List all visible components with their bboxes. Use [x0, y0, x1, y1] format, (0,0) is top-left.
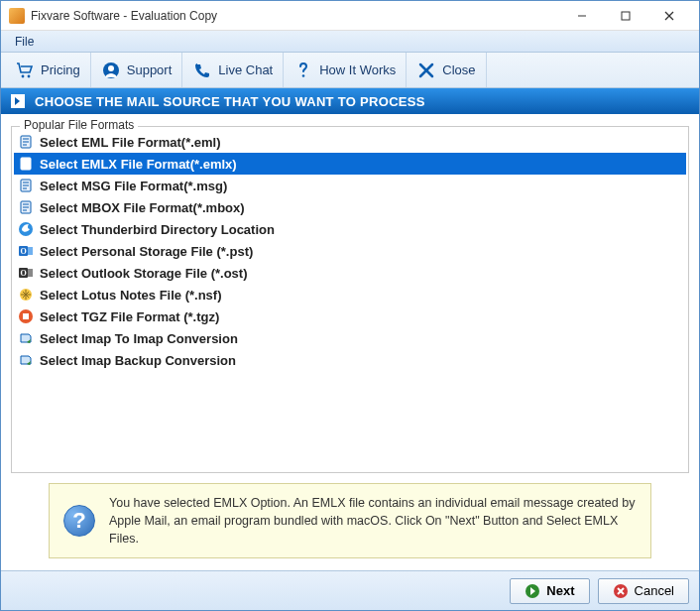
- formats-fieldset: Popular File Formats Select EML File For…: [11, 126, 689, 473]
- window-title: Fixvare Software - Evaluation Copy: [31, 9, 560, 23]
- svg-text:O: O: [20, 247, 26, 256]
- format-option[interactable]: Select Thunderbird Directory Location: [14, 218, 686, 240]
- toolbar-close-label: Close: [442, 62, 475, 77]
- format-option-label: Select MSG File Format(*.msg): [40, 179, 227, 193]
- content-area: Popular File Formats Select EML File For…: [1, 114, 699, 570]
- svg-rect-30: [28, 247, 33, 255]
- titlebar: Fixvare Software - Evaluation Copy: [1, 1, 699, 31]
- format-option-label: Select EMLX File Format(*.emlx): [40, 157, 237, 172]
- format-option[interactable]: Select MBOX File Format(*.mbox): [14, 196, 686, 218]
- svg-point-8: [302, 74, 305, 77]
- tbird-icon: [18, 221, 34, 237]
- format-option[interactable]: Select Imap Backup Conversion: [14, 349, 686, 371]
- format-option-label: Select Lotus Notes File (*.nsf): [40, 288, 221, 303]
- toolbar-support[interactable]: Support: [91, 53, 183, 87]
- next-arrow-icon: [525, 583, 540, 599]
- toolbar-howitworks-label: How It Works: [319, 62, 396, 77]
- format-option-label: Select Imap Backup Conversion: [40, 353, 236, 368]
- file-white-icon: [18, 156, 34, 172]
- next-button-label: Next: [546, 583, 574, 598]
- info-icon: ?: [63, 505, 95, 537]
- format-option-label: Select EML File Format(*.eml): [40, 135, 221, 150]
- format-option-label: Select Imap To Imap Conversion: [40, 331, 238, 346]
- close-window-button[interactable]: [647, 2, 691, 30]
- minimize-button[interactable]: [560, 2, 604, 30]
- menu-file[interactable]: File: [7, 33, 42, 51]
- format-option[interactable]: Select EMLX File Format(*.emlx): [14, 153, 686, 175]
- app-icon: [9, 8, 25, 24]
- file-blue-icon: [18, 134, 34, 150]
- toolbar-pricing[interactable]: Pricing: [5, 53, 91, 87]
- app-window: Fixvare Software - Evaluation Copy File …: [0, 0, 700, 611]
- format-option[interactable]: Select Imap To Imap Conversion: [14, 327, 686, 349]
- svg-rect-1: [622, 12, 630, 20]
- phone-icon: [192, 61, 212, 80]
- imap-icon: [18, 330, 34, 346]
- next-button[interactable]: Next: [510, 578, 589, 604]
- footer: Next Cancel: [1, 570, 699, 610]
- format-option[interactable]: Select TGZ File Format (*.tgz): [14, 306, 686, 327]
- format-option[interactable]: Select MSG File Format(*.msg): [14, 175, 686, 196]
- tgz-icon: [18, 308, 34, 324]
- question-icon: [293, 61, 313, 80]
- support-icon: [101, 61, 121, 80]
- toolbar-livechat-label: Live Chat: [218, 62, 273, 77]
- banner: CHOOSE THE MAIL SOURCE THAT YOU WANT TO …: [1, 88, 699, 114]
- menubar: File: [1, 31, 699, 53]
- svg-rect-36: [23, 313, 29, 319]
- format-option[interactable]: Select EML File Format(*.eml): [14, 131, 686, 153]
- info-text: You have selected EMLX Option. An EMLX f…: [109, 494, 637, 548]
- cancel-button-label: Cancel: [635, 583, 674, 598]
- imap-icon: [18, 352, 34, 368]
- file-blue-icon: [18, 199, 34, 215]
- outlook-icon: O: [18, 243, 34, 259]
- toolbar: Pricing Support Live Chat How It Works C…: [1, 53, 699, 88]
- cancel-icon: [613, 583, 629, 599]
- cart-icon: [15, 61, 35, 80]
- format-option[interactable]: OSelect Outlook Storage File (*.ost): [14, 262, 686, 284]
- maximize-button[interactable]: [604, 2, 647, 30]
- formats-legend: Popular File Formats: [20, 118, 138, 132]
- format-option-label: Select TGZ File Format (*.tgz): [40, 309, 219, 324]
- svg-point-5: [28, 74, 31, 77]
- svg-point-4: [22, 74, 25, 77]
- toolbar-support-label: Support: [127, 62, 173, 77]
- toolbar-livechat[interactable]: Live Chat: [182, 53, 284, 87]
- format-option-label: Select Personal Storage File (*.pst): [40, 244, 253, 259]
- banner-text: CHOOSE THE MAIL SOURCE THAT YOU WANT TO …: [35, 94, 425, 109]
- svg-text:O: O: [20, 269, 26, 278]
- format-option-label: Select MBOX File Format(*.mbox): [40, 200, 245, 215]
- formats-list: Select EML File Format(*.eml)Select EMLX…: [14, 131, 686, 371]
- outlook-dark-icon: O: [18, 265, 34, 281]
- close-icon: [416, 61, 436, 80]
- banner-arrow-icon: [11, 94, 25, 108]
- info-box: ? You have selected EMLX Option. An EMLX…: [49, 483, 651, 558]
- format-option-label: Select Thunderbird Directory Location: [40, 222, 275, 237]
- format-option-label: Select Outlook Storage File (*.ost): [40, 266, 247, 281]
- lotus-icon: [18, 287, 34, 303]
- svg-point-7: [108, 65, 114, 71]
- format-option[interactable]: OSelect Personal Storage File (*.pst): [14, 240, 686, 262]
- toolbar-pricing-label: Pricing: [41, 62, 80, 77]
- toolbar-howitworks[interactable]: How It Works: [284, 53, 407, 87]
- svg-rect-33: [28, 269, 33, 277]
- toolbar-close[interactable]: Close: [407, 53, 486, 87]
- format-option[interactable]: Select Lotus Notes File (*.nsf): [14, 284, 686, 306]
- file-blue-icon: [18, 178, 34, 193]
- cancel-button[interactable]: Cancel: [598, 578, 689, 604]
